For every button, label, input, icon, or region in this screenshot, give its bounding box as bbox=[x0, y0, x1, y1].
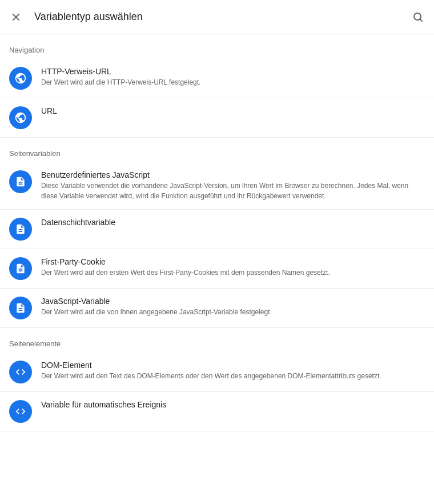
list-item[interactable]: DOM-Element Der Wert wird auf den Text d… bbox=[0, 353, 434, 392]
doc-icon bbox=[9, 170, 32, 193]
item-content: URL bbox=[41, 106, 425, 117]
item-title: DOM-Element bbox=[41, 361, 425, 370]
item-description: Der Wert wird auf den Text des DOM-Eleme… bbox=[41, 371, 425, 381]
item-description: Der Wert wird auf den ersten Wert des Fi… bbox=[41, 267, 425, 278]
item-content: DOM-Element Der Wert wird auf den Text d… bbox=[41, 361, 425, 381]
item-title: HTTP-Verweis-URL bbox=[41, 67, 425, 76]
list-item[interactable]: HTTP-Verweis-URL Der Wert wird auf die H… bbox=[0, 59, 434, 98]
header-left: Variablentyp auswählen bbox=[9, 10, 143, 24]
content-area: Navigation HTTP-Verweis-URL Der Wert wir… bbox=[0, 34, 434, 431]
code-icon bbox=[9, 361, 32, 383]
item-title: JavaScript-Variable bbox=[41, 297, 425, 306]
close-button[interactable] bbox=[9, 10, 23, 24]
doc-icon bbox=[9, 297, 32, 319]
list-item[interactable]: Benutzerdefiniertes JavaScript Diese Var… bbox=[0, 162, 434, 210]
list-item[interactable]: JavaScript-Variable Der Wert wird auf di… bbox=[0, 289, 434, 328]
item-content: Benutzerdefiniertes JavaScript Diese Var… bbox=[41, 170, 425, 201]
dialog-title: Variablentyp auswählen bbox=[34, 11, 143, 23]
section-title-seitenvariablen: Seitenvariablen bbox=[0, 138, 434, 162]
item-description: Der Wert wird auf die HTTP-Verweis-URL f… bbox=[41, 77, 425, 87]
search-button[interactable] bbox=[411, 10, 425, 24]
list-item[interactable]: URL bbox=[0, 98, 434, 138]
item-content: Datenschichtvariable bbox=[41, 218, 425, 228]
code-icon bbox=[9, 400, 32, 423]
list-item[interactable]: First-Party-Cookie Der Wert wird auf den… bbox=[0, 249, 434, 289]
list-item[interactable]: Datenschichtvariable bbox=[0, 210, 434, 249]
list-item[interactable]: Variable für automatisches Ereignis bbox=[0, 392, 434, 431]
item-content: JavaScript-Variable Der Wert wird auf di… bbox=[41, 297, 425, 317]
globe-icon bbox=[9, 67, 32, 90]
item-content: Variable für automatisches Ereignis bbox=[41, 400, 425, 410]
globe-icon bbox=[9, 106, 32, 129]
item-title: URL bbox=[41, 106, 425, 115]
item-title: Benutzerdefiniertes JavaScript bbox=[41, 170, 425, 179]
section-title-seitenelemente: Seitenelemente bbox=[0, 328, 434, 353]
item-content: HTTP-Verweis-URL Der Wert wird auf die H… bbox=[41, 67, 425, 87]
item-title: First-Party-Cookie bbox=[41, 257, 425, 266]
item-content: First-Party-Cookie Der Wert wird auf den… bbox=[41, 257, 425, 278]
doc-icon bbox=[9, 257, 32, 280]
item-description: Der Wert wird auf die von Ihnen angegebe… bbox=[41, 307, 425, 317]
item-title: Variable für automatisches Ereignis bbox=[41, 400, 425, 409]
dialog-header: Variablentyp auswählen bbox=[0, 0, 434, 34]
doc-icon bbox=[9, 218, 32, 241]
section-title-navigation: Navigation bbox=[0, 34, 434, 59]
item-description: Diese Variable verwendet die vorhandene … bbox=[41, 181, 425, 201]
item-title: Datenschichtvariable bbox=[41, 218, 425, 227]
